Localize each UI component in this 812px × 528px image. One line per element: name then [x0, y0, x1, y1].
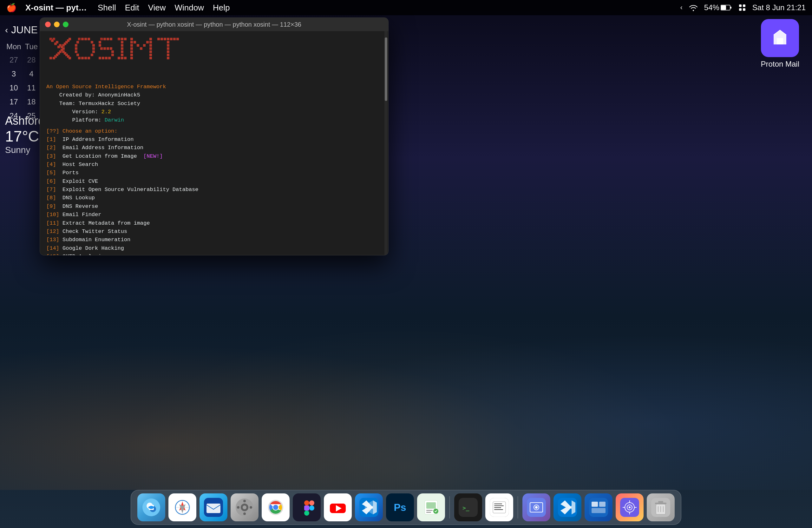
dock-terminal[interactable]: >_: [454, 494, 482, 521]
svg-rect-31: [61, 46, 63, 48]
svg-rect-84: [130, 54, 133, 56]
svg-rect-61: [110, 47, 112, 50]
version-line: Version: 2.2: [46, 108, 382, 116]
svg-rect-60: [106, 47, 109, 50]
dock-textedit[interactable]: [485, 494, 513, 521]
svg-rect-111: [50, 38, 52, 40]
menu-item-4[interactable]: [4] Host Search: [46, 160, 382, 169]
menu-edit[interactable]: Edit: [125, 3, 139, 13]
dock-system-prefs[interactable]: [231, 494, 259, 521]
terminal-window: X-osint — python xosint — python — pytho…: [40, 17, 389, 255]
svg-rect-71: [121, 41, 124, 43]
dock-divider: [449, 496, 450, 518]
menu-item-3[interactable]: [3] Get Location from Image [NEW!]: [46, 152, 382, 160]
terminal-body[interactable]: An Open Source Intelligence Framework Cr…: [40, 31, 388, 255]
menu-window[interactable]: Window: [175, 3, 204, 13]
menu-item-9[interactable]: [9] DNS Reverse: [46, 202, 382, 211]
close-button[interactable]: [45, 22, 51, 27]
menu-item-2[interactable]: [2] Email Address Information: [46, 144, 382, 152]
svg-rect-115: [118, 38, 119, 40]
prompt-line: [??] Choose an option:: [46, 127, 382, 135]
ascii-art-banner: [46, 36, 382, 81]
scrollbar-thumb[interactable]: [385, 38, 387, 101]
proton-mail-widget[interactable]: Proton Mail: [761, 19, 799, 69]
menu-view[interactable]: View: [148, 3, 166, 13]
cal-day-17[interactable]: 17: [5, 96, 23, 108]
svg-rect-75: [121, 54, 124, 56]
svg-rect-55: [110, 38, 112, 40]
dock-youtube[interactable]: [324, 494, 352, 521]
menu-item-12[interactable]: [12] Check Twitter Status: [46, 228, 382, 236]
svg-rect-98: [157, 38, 160, 40]
menu-item-13[interactable]: [13] Subdomain Enumeration: [46, 236, 382, 244]
svg-rect-56: [99, 41, 101, 43]
dock-safari[interactable]: [169, 494, 196, 521]
svg-rect-128: [206, 503, 220, 513]
svg-rect-88: [140, 47, 142, 50]
cal-day-10[interactable]: 10: [5, 82, 23, 94]
minimize-button[interactable]: [54, 22, 60, 27]
dock-photoshop[interactable]: Ps: [386, 494, 414, 521]
app-name[interactable]: X-osint — python xosint — python — pytho…: [25, 3, 89, 13]
svg-rect-57: [99, 44, 101, 47]
dock-chrome[interactable]: [262, 494, 290, 521]
menu-item-14[interactable]: [14] Google Dork Hacking: [46, 244, 382, 253]
svg-point-135: [250, 506, 252, 509]
svg-rect-163: [494, 509, 503, 510]
menu-item-7[interactable]: [7] Exploit Open Source Vulnerability Da…: [46, 186, 382, 194]
cal-day-18[interactable]: 18: [24, 96, 39, 108]
svg-rect-153: [426, 510, 433, 511]
svg-rect-50: [84, 57, 87, 59]
maximize-button[interactable]: [63, 22, 69, 27]
blank-line-1: [46, 125, 382, 127]
proton-mail-icon[interactable]: [761, 19, 799, 57]
dock: Ps >_: [131, 490, 681, 525]
dock-screenshot[interactable]: [522, 494, 550, 521]
svg-rect-144: [309, 500, 314, 505]
menu-shell[interactable]: Shell: [98, 3, 116, 13]
dock-system[interactable]: [616, 494, 643, 521]
menu-help[interactable]: Help: [213, 3, 230, 13]
dock-finder[interactable]: [137, 494, 165, 521]
menu-item-11[interactable]: [11] Extract Metadata from image: [46, 219, 382, 228]
cal-day-28[interactable]: 28: [24, 54, 39, 66]
menu-item-15[interactable]: [15] SMTP Analysis: [46, 253, 382, 255]
menu-item-10[interactable]: [10] Email Finder: [46, 211, 382, 219]
dock-vscode[interactable]: [355, 494, 383, 521]
svg-rect-106: [167, 44, 169, 47]
dock-preview[interactable]: [417, 494, 445, 521]
cal-day-3[interactable]: 3: [5, 68, 23, 80]
menu-item-6[interactable]: [6] Exploit CVE: [46, 177, 382, 186]
svg-rect-82: [130, 47, 133, 50]
svg-rect-6: [743, 8, 745, 11]
control-center-icon[interactable]: [738, 4, 746, 11]
cal-day-27[interactable]: 27: [5, 54, 23, 66]
svg-rect-101: [167, 38, 169, 40]
svg-rect-141: [304, 500, 309, 505]
svg-point-134: [237, 506, 240, 509]
menu-item-1[interactable]: [1] IP Address Information: [46, 135, 382, 144]
svg-rect-1: [721, 5, 726, 10]
svg-rect-39: [91, 41, 93, 43]
svg-point-167: [535, 506, 538, 509]
cal-day-11[interactable]: 11: [24, 82, 39, 94]
svg-rect-95: [149, 51, 152, 53]
svg-rect-184: [658, 501, 663, 503]
terminal-scrollbar[interactable]: [385, 31, 388, 255]
svg-rect-104: [176, 38, 179, 40]
dock-mail[interactable]: [200, 494, 228, 521]
menu-item-5[interactable]: [5] Ports: [46, 169, 382, 177]
svg-rect-24: [54, 43, 57, 45]
dock-figma[interactable]: [293, 494, 321, 521]
calendar-back-arrow[interactable]: ‹: [5, 25, 8, 35]
dock-trash[interactable]: [647, 494, 675, 521]
menu-item-8[interactable]: [8] DNS Lookup: [46, 194, 382, 202]
chevron-left-icon[interactable]: ‹: [680, 3, 682, 12]
svg-rect-92: [149, 41, 152, 43]
dock-window-manager[interactable]: [584, 494, 612, 521]
menubar-left: 🍎 X-osint — python xosint — python — pyt…: [6, 3, 230, 13]
wifi-icon[interactable]: [689, 4, 698, 11]
apple-menu[interactable]: 🍎: [6, 3, 16, 13]
dock-vscode-2[interactable]: [553, 494, 581, 521]
cal-day-4[interactable]: 4: [24, 68, 39, 80]
